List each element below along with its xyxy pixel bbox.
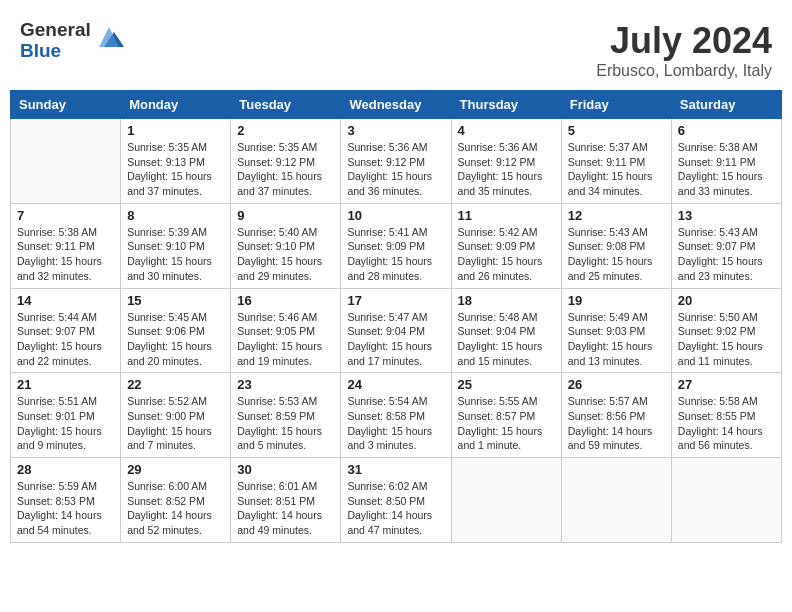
cell-day-number: 8 [127,208,224,223]
cell-day-number: 22 [127,377,224,392]
weekday-header-friday: Friday [561,91,671,119]
cell-info-text: Sunrise: 5:35 AM Sunset: 9:12 PM Dayligh… [237,140,334,199]
calendar-cell [561,458,671,543]
cell-day-number: 29 [127,462,224,477]
title-area: July 2024 Erbusco, Lombardy, Italy [596,20,772,80]
cell-info-text: Sunrise: 5:45 AM Sunset: 9:06 PM Dayligh… [127,310,224,369]
cell-info-text: Sunrise: 6:02 AM Sunset: 8:50 PM Dayligh… [347,479,444,538]
weekday-header-thursday: Thursday [451,91,561,119]
calendar-cell: 30Sunrise: 6:01 AM Sunset: 8:51 PM Dayli… [231,458,341,543]
cell-info-text: Sunrise: 5:54 AM Sunset: 8:58 PM Dayligh… [347,394,444,453]
cell-day-number: 7 [17,208,114,223]
calendar-cell: 7Sunrise: 5:38 AM Sunset: 9:11 PM Daylig… [11,203,121,288]
cell-day-number: 13 [678,208,775,223]
cell-info-text: Sunrise: 5:44 AM Sunset: 9:07 PM Dayligh… [17,310,114,369]
cell-info-text: Sunrise: 5:38 AM Sunset: 9:11 PM Dayligh… [678,140,775,199]
cell-info-text: Sunrise: 5:37 AM Sunset: 9:11 PM Dayligh… [568,140,665,199]
cell-day-number: 19 [568,293,665,308]
cell-day-number: 25 [458,377,555,392]
week-row-5: 28Sunrise: 5:59 AM Sunset: 8:53 PM Dayli… [11,458,782,543]
calendar-cell: 13Sunrise: 5:43 AM Sunset: 9:07 PM Dayli… [671,203,781,288]
calendar-cell: 31Sunrise: 6:02 AM Sunset: 8:50 PM Dayli… [341,458,451,543]
cell-day-number: 15 [127,293,224,308]
cell-info-text: Sunrise: 6:01 AM Sunset: 8:51 PM Dayligh… [237,479,334,538]
cell-info-text: Sunrise: 5:55 AM Sunset: 8:57 PM Dayligh… [458,394,555,453]
calendar-cell: 4Sunrise: 5:36 AM Sunset: 9:12 PM Daylig… [451,119,561,204]
cell-day-number: 5 [568,123,665,138]
cell-day-number: 6 [678,123,775,138]
cell-day-number: 24 [347,377,444,392]
cell-info-text: Sunrise: 5:43 AM Sunset: 9:07 PM Dayligh… [678,225,775,284]
cell-day-number: 26 [568,377,665,392]
calendar-cell: 14Sunrise: 5:44 AM Sunset: 9:07 PM Dayli… [11,288,121,373]
logo-blue: Blue [20,41,91,62]
calendar-cell [11,119,121,204]
cell-day-number: 10 [347,208,444,223]
calendar-cell: 9Sunrise: 5:40 AM Sunset: 9:10 PM Daylig… [231,203,341,288]
cell-info-text: Sunrise: 5:48 AM Sunset: 9:04 PM Dayligh… [458,310,555,369]
calendar-cell: 15Sunrise: 5:45 AM Sunset: 9:06 PM Dayli… [121,288,231,373]
calendar-cell: 24Sunrise: 5:54 AM Sunset: 8:58 PM Dayli… [341,373,451,458]
calendar-cell: 3Sunrise: 5:36 AM Sunset: 9:12 PM Daylig… [341,119,451,204]
weekday-header-wednesday: Wednesday [341,91,451,119]
cell-day-number: 4 [458,123,555,138]
calendar-cell: 12Sunrise: 5:43 AM Sunset: 9:08 PM Dayli… [561,203,671,288]
cell-day-number: 21 [17,377,114,392]
cell-day-number: 18 [458,293,555,308]
calendar-cell: 6Sunrise: 5:38 AM Sunset: 9:11 PM Daylig… [671,119,781,204]
cell-info-text: Sunrise: 5:43 AM Sunset: 9:08 PM Dayligh… [568,225,665,284]
cell-day-number: 20 [678,293,775,308]
calendar-cell: 25Sunrise: 5:55 AM Sunset: 8:57 PM Dayli… [451,373,561,458]
cell-day-number: 23 [237,377,334,392]
cell-day-number: 2 [237,123,334,138]
logo-icon [94,22,124,52]
cell-day-number: 30 [237,462,334,477]
cell-day-number: 9 [237,208,334,223]
cell-day-number: 14 [17,293,114,308]
month-title: July 2024 [596,20,772,62]
calendar-cell: 18Sunrise: 5:48 AM Sunset: 9:04 PM Dayli… [451,288,561,373]
calendar-cell: 20Sunrise: 5:50 AM Sunset: 9:02 PM Dayli… [671,288,781,373]
calendar-cell: 17Sunrise: 5:47 AM Sunset: 9:04 PM Dayli… [341,288,451,373]
calendar-cell: 11Sunrise: 5:42 AM Sunset: 9:09 PM Dayli… [451,203,561,288]
calendar-cell: 19Sunrise: 5:49 AM Sunset: 9:03 PM Dayli… [561,288,671,373]
calendar-cell: 27Sunrise: 5:58 AM Sunset: 8:55 PM Dayli… [671,373,781,458]
cell-info-text: Sunrise: 5:36 AM Sunset: 9:12 PM Dayligh… [347,140,444,199]
cell-day-number: 1 [127,123,224,138]
weekday-header-tuesday: Tuesday [231,91,341,119]
calendar-table: SundayMondayTuesdayWednesdayThursdayFrid… [10,90,782,543]
calendar-cell: 16Sunrise: 5:46 AM Sunset: 9:05 PM Dayli… [231,288,341,373]
cell-info-text: Sunrise: 5:51 AM Sunset: 9:01 PM Dayligh… [17,394,114,453]
page-header: General Blue July 2024 Erbusco, Lombardy… [10,10,782,85]
location-title: Erbusco, Lombardy, Italy [596,62,772,80]
cell-info-text: Sunrise: 5:40 AM Sunset: 9:10 PM Dayligh… [237,225,334,284]
week-row-2: 7Sunrise: 5:38 AM Sunset: 9:11 PM Daylig… [11,203,782,288]
cell-day-number: 3 [347,123,444,138]
cell-info-text: Sunrise: 6:00 AM Sunset: 8:52 PM Dayligh… [127,479,224,538]
week-row-4: 21Sunrise: 5:51 AM Sunset: 9:01 PM Dayli… [11,373,782,458]
cell-day-number: 16 [237,293,334,308]
cell-info-text: Sunrise: 5:58 AM Sunset: 8:55 PM Dayligh… [678,394,775,453]
weekday-header-sunday: Sunday [11,91,121,119]
calendar-cell: 26Sunrise: 5:57 AM Sunset: 8:56 PM Dayli… [561,373,671,458]
calendar-cell: 29Sunrise: 6:00 AM Sunset: 8:52 PM Dayli… [121,458,231,543]
calendar-cell [671,458,781,543]
cell-info-text: Sunrise: 5:49 AM Sunset: 9:03 PM Dayligh… [568,310,665,369]
cell-info-text: Sunrise: 5:35 AM Sunset: 9:13 PM Dayligh… [127,140,224,199]
calendar-cell: 10Sunrise: 5:41 AM Sunset: 9:09 PM Dayli… [341,203,451,288]
cell-info-text: Sunrise: 5:53 AM Sunset: 8:59 PM Dayligh… [237,394,334,453]
calendar-cell: 8Sunrise: 5:39 AM Sunset: 9:10 PM Daylig… [121,203,231,288]
calendar-cell: 28Sunrise: 5:59 AM Sunset: 8:53 PM Dayli… [11,458,121,543]
cell-info-text: Sunrise: 5:47 AM Sunset: 9:04 PM Dayligh… [347,310,444,369]
calendar-cell: 1Sunrise: 5:35 AM Sunset: 9:13 PM Daylig… [121,119,231,204]
cell-day-number: 17 [347,293,444,308]
weekday-header-monday: Monday [121,91,231,119]
calendar-cell: 2Sunrise: 5:35 AM Sunset: 9:12 PM Daylig… [231,119,341,204]
cell-info-text: Sunrise: 5:50 AM Sunset: 9:02 PM Dayligh… [678,310,775,369]
cell-info-text: Sunrise: 5:39 AM Sunset: 9:10 PM Dayligh… [127,225,224,284]
cell-day-number: 11 [458,208,555,223]
calendar-cell: 23Sunrise: 5:53 AM Sunset: 8:59 PM Dayli… [231,373,341,458]
week-row-3: 14Sunrise: 5:44 AM Sunset: 9:07 PM Dayli… [11,288,782,373]
calendar-cell: 22Sunrise: 5:52 AM Sunset: 9:00 PM Dayli… [121,373,231,458]
weekday-header-row: SundayMondayTuesdayWednesdayThursdayFrid… [11,91,782,119]
